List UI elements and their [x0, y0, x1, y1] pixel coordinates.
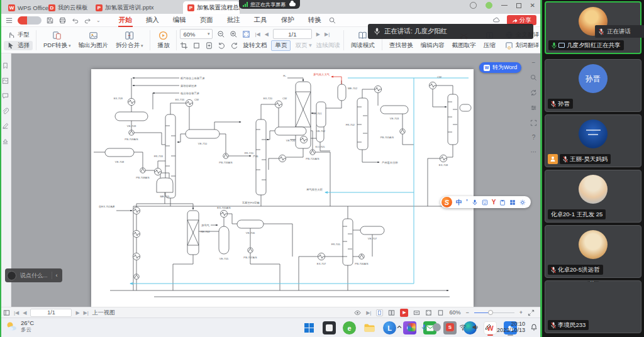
ime-clipboard-icon[interactable]	[499, 199, 506, 206]
start-button[interactable]	[302, 320, 316, 336]
stamp-icon[interactable]	[2, 138, 9, 145]
ime-emoji-icon[interactable]	[482, 199, 488, 206]
participant-tile[interactable]: 王丽-昊天妈妈	[545, 114, 641, 167]
last-page-icon[interactable]: ▶|	[325, 31, 330, 37]
single-page-button[interactable]: 单页	[271, 40, 291, 51]
comment-icon[interactable]	[2, 92, 9, 99]
signature-icon[interactable]	[2, 123, 9, 130]
select-tool-button[interactable]: 选择	[4, 41, 33, 50]
taskbar-weather[interactable]: 26°C多云	[5, 320, 34, 333]
help-icon[interactable]: ?	[532, 135, 536, 141]
split-merge-button[interactable]: 拆分合并 ▾	[112, 31, 147, 50]
rotate-doc-button[interactable]: 旋转文档	[243, 41, 267, 50]
task-view-icon[interactable]	[322, 320, 336, 336]
lenovo-app-icon[interactable]: L	[382, 320, 397, 336]
page-indicator[interactable]: 1/1	[273, 29, 312, 39]
rotate-left-icon[interactable]	[218, 41, 226, 50]
zoom-out-button[interactable]: −	[465, 309, 469, 316]
tab-cloud-templates[interactable]: D 我的云模板	[44, 1, 92, 14]
sidebar-toggle-icon[interactable]	[3, 309, 10, 316]
ime-mic-icon[interactable]	[472, 199, 478, 206]
pen-input-icon[interactable]	[484, 324, 492, 331]
fit-page-icon[interactable]	[425, 309, 432, 316]
sogou-logo-icon[interactable]: S	[441, 197, 452, 207]
fit-width-icon[interactable]	[413, 309, 420, 316]
undo-icon[interactable]	[71, 16, 79, 25]
double-view-icon[interactable]	[388, 309, 395, 316]
prev-page-icon[interactable]: ◀	[23, 310, 26, 316]
bookmark-icon[interactable]	[2, 62, 9, 69]
participant-tile[interactable]: 化卓20-1 王孔发 25	[545, 170, 641, 223]
meeting-chat-bar[interactable]: 说点什么... ‹	[5, 268, 62, 282]
redo-icon[interactable]	[84, 16, 92, 25]
crop-icon[interactable]	[180, 41, 188, 50]
search-tool-icon[interactable]	[530, 74, 537, 81]
zoom-select[interactable]: 60%▾	[180, 29, 213, 39]
minimize-button[interactable]	[501, 5, 508, 6]
zoom-in-icon[interactable]	[230, 30, 238, 38]
collapse-chat-icon[interactable]: ‹	[56, 272, 58, 279]
chevron-down-icon[interactable]: ⌄	[96, 18, 101, 23]
single-view-icon[interactable]	[376, 309, 383, 316]
restore-button[interactable]	[516, 3, 521, 8]
more-icon[interactable]: ⋯	[531, 149, 537, 155]
ime-skin-icon[interactable]: Y	[492, 199, 496, 206]
chat-input-placeholder[interactable]: 说点什么...	[20, 272, 48, 280]
ime-punctuation[interactable]: ’	[466, 199, 468, 206]
fullscreen-icon[interactable]	[528, 309, 535, 316]
fit-page-icon[interactable]	[242, 30, 250, 38]
account-icon[interactable]	[486, 2, 492, 9]
insert-page-icon[interactable]	[205, 41, 213, 50]
sync-tool-icon[interactable]	[530, 89, 537, 96]
theme-icon[interactable]	[470, 2, 477, 9]
settings-tool-icon[interactable]	[530, 104, 537, 111]
menu-comment[interactable]: 批注	[220, 14, 247, 27]
search-menu-icon[interactable]	[328, 16, 336, 25]
menu-edit[interactable]: 编辑	[166, 14, 193, 27]
volume-icon[interactable]	[472, 324, 479, 331]
view-options-icon[interactable]	[354, 309, 361, 316]
frame-icon[interactable]	[192, 41, 201, 50]
convert-to-word-button[interactable]: W 转为Word	[479, 62, 521, 73]
tray-gray-icon[interactable]	[433, 323, 441, 331]
print-icon[interactable]	[58, 16, 67, 25]
first-page-icon[interactable]: |◀	[255, 31, 260, 37]
zoom-level[interactable]: 60%	[449, 309, 460, 316]
export-image-button[interactable]: 输出为图片	[74, 31, 112, 50]
thumbnail-icon[interactable]	[2, 77, 9, 84]
participant-tile[interactable]: 化卓20-5洪远哲	[545, 225, 641, 278]
taskbar-clock[interactable]: 20:10 2023/10/13	[497, 321, 525, 334]
slideshow-play-button[interactable]: ▶	[400, 309, 408, 317]
save-icon[interactable]	[46, 16, 54, 25]
wifi-icon[interactable]	[459, 324, 467, 331]
pdf-canvas[interactable]: 粗汽油自上游装置来 柴油自罐区来 低分油自装置来 CW EX-709 VE-70…	[11, 53, 540, 307]
pdf-page[interactable]: 粗汽油自上游装置来 柴油自罐区来 低分油自装置来 CW EX-709 VE-70…	[91, 69, 474, 307]
hamburger-icon[interactable]	[5, 16, 13, 25]
attachment-icon[interactable]	[2, 108, 9, 114]
tab-pdf-active[interactable]: P 加氢装置流程总图20...	[183, 1, 240, 14]
next-page-icon[interactable]: ▶	[316, 31, 320, 37]
notification-icon[interactable]	[530, 323, 538, 331]
tray-expand-icon[interactable]	[396, 324, 402, 330]
tray-color-icon[interactable]	[408, 323, 416, 331]
file-explorer-icon[interactable]	[362, 320, 377, 336]
menu-convert[interactable]: 转换	[301, 14, 328, 27]
menu-protect[interactable]: 保护	[274, 14, 301, 27]
hand-tool-button[interactable]: 手型	[4, 30, 33, 40]
ime-toolbox-icon[interactable]	[509, 199, 516, 206]
prev-page-icon[interactable]: ◀	[265, 31, 269, 37]
continuous-read-button[interactable]: 连续阅读	[316, 41, 340, 50]
prev-view-button[interactable]: 上一视图	[92, 309, 115, 317]
last-page-icon[interactable]: ▶|	[84, 310, 89, 316]
page-indicator[interactable]: 1/1	[30, 309, 72, 317]
ime-settings-icon[interactable]	[519, 199, 526, 206]
close-button[interactable]: ✕	[530, 3, 535, 9]
zoom-slider[interactable]	[474, 309, 514, 316]
menu-tools[interactable]: 工具	[247, 14, 274, 27]
pdf-convert-button[interactable]: PDF转换 ▾	[40, 31, 74, 50]
play-button[interactable]: 播放	[153, 31, 173, 50]
menu-insert[interactable]: 插入	[139, 14, 166, 27]
zoom-out-icon[interactable]	[217, 30, 225, 38]
fullscreen-tool-icon[interactable]	[530, 119, 537, 126]
first-page-icon[interactable]: |◀	[14, 310, 19, 316]
